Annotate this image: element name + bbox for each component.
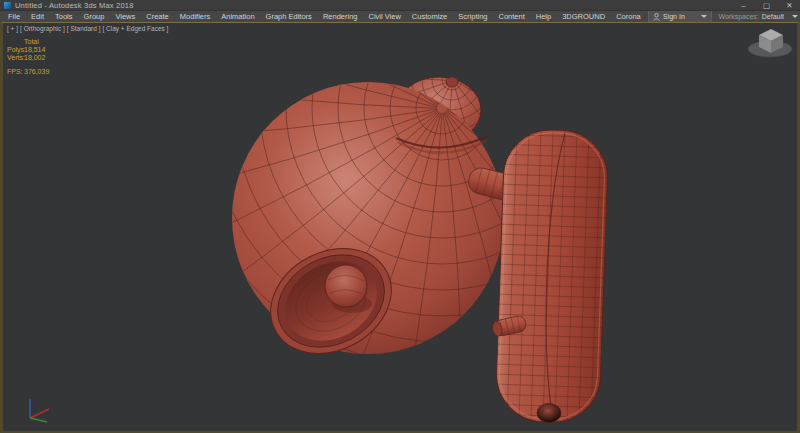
sign-in-caret chevron-down-icon: [701, 15, 707, 18]
menu-bar: File Edit Tools Group Views Create Modif…: [0, 11, 800, 22]
menu-views[interactable]: Views: [115, 12, 135, 21]
menu-content[interactable]: Content: [498, 12, 524, 21]
menu-corona[interactable]: Corona: [616, 12, 641, 21]
viewport-label: [ + ] [ Orthographic ] [ Standard ] [ Cl…: [7, 25, 168, 32]
axis-x: [30, 409, 49, 418]
user-icon: [653, 13, 660, 21]
viewport-statistics: Total Polys: 18,514 Verts: 18,002 FPS: 3…: [7, 38, 49, 76]
stats-polys-label: Polys:: [7, 46, 24, 54]
sign-in-button[interactable]: Sign In: [648, 11, 712, 22]
axis-y: [30, 418, 47, 422]
maximize-button[interactable]: ▢: [762, 0, 771, 11]
menu-3dground[interactable]: 3DGROUND: [562, 12, 605, 21]
stats-verts-label: Verts:: [7, 54, 24, 62]
stats-polys-value: 18,514: [24, 46, 45, 54]
viewcube[interactable]: [748, 29, 792, 57]
menu-civil-view[interactable]: Civil View: [368, 12, 400, 21]
close-button[interactable]: ✕: [785, 0, 794, 11]
workspaces-label: Workspaces:: [718, 13, 758, 20]
minimize-button[interactable]: –: [739, 0, 748, 11]
menu-help[interactable]: Help: [536, 12, 551, 21]
menu-modifiers[interactable]: Modifiers: [180, 12, 210, 21]
menu-graph-editors[interactable]: Graph Editors: [266, 12, 312, 21]
stats-verts-value: 18,002: [24, 54, 45, 62]
menu-animation[interactable]: Animation: [221, 12, 254, 21]
main-menus: File Edit Tools Group Views Create Modif…: [0, 12, 686, 21]
menu-customize[interactable]: Customize: [412, 12, 447, 21]
model-bottom-nub: [537, 404, 561, 423]
app-icon: [4, 2, 11, 9]
menu-file[interactable]: File: [8, 12, 20, 21]
stats-fps-label: FPS:: [7, 68, 24, 76]
viewport[interactable]: [ + ] [ Orthographic ] [ Standard ] [ Cl…: [0, 22, 800, 433]
world-axis-tripod: [30, 399, 49, 422]
model-socket-bump: [325, 265, 367, 307]
menu-scripting[interactable]: Scripting: [458, 12, 487, 21]
window-title: Untitled - Autodesk 3ds Max 2018: [15, 1, 134, 10]
workspace-caret chevron-down-icon: [792, 15, 798, 18]
menu-edit[interactable]: Edit: [31, 12, 44, 21]
app-window: Untitled - Autodesk 3ds Max 2018 – ▢ ✕ F…: [0, 0, 800, 433]
workspaces-control: Workspaces: Default: [718, 11, 798, 22]
viewport-menu-shading-standard[interactable]: [ Standard ]: [67, 25, 101, 32]
menu-create[interactable]: Create: [146, 12, 169, 21]
stats-fps-value: 376,039: [24, 68, 49, 76]
viewport-menu-general[interactable]: [ + ]: [7, 25, 18, 32]
menu-rendering[interactable]: Rendering: [323, 12, 358, 21]
title-bar: Untitled - Autodesk 3ds Max 2018 – ▢ ✕: [0, 0, 800, 11]
sign-in-label: Sign In: [663, 13, 698, 20]
stats-total-label: Total: [24, 38, 39, 46]
workspace-value: Default: [762, 13, 784, 20]
viewport-menu-shading-mode[interactable]: [ Clay + Edged Faces ]: [102, 25, 168, 32]
model-wall-lamp: [133, 23, 752, 426]
window-controls: – ▢ ✕: [739, 0, 794, 11]
menu-group[interactable]: Group: [84, 12, 105, 21]
viewport-canvas[interactable]: [3, 23, 797, 431]
menu-tools[interactable]: Tools: [55, 12, 73, 21]
workspace-dropdown[interactable]: Default: [762, 13, 798, 20]
model-backplate: [491, 126, 613, 426]
viewport-menu-pov[interactable]: [ Orthographic ]: [20, 25, 65, 32]
